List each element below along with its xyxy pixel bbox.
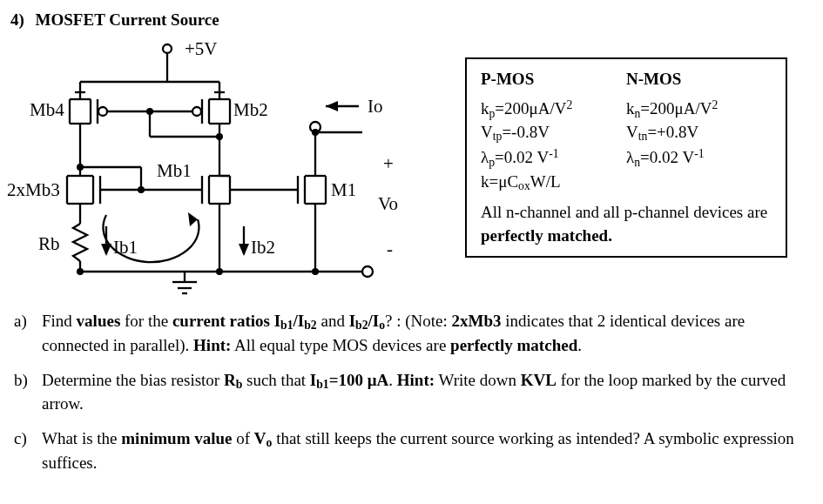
plus-label: +	[383, 153, 394, 175]
svg-marker-75	[188, 212, 198, 226]
svg-point-47	[138, 186, 145, 193]
svg-point-68	[362, 266, 373, 277]
vtp-line: Vtp=-0.8V	[481, 121, 626, 145]
svg-point-1	[163, 44, 172, 53]
mb4-label: Mb4	[30, 99, 64, 121]
svg-point-11	[98, 107, 107, 116]
q-c-body: What is the minimum value of Vo that sti…	[42, 427, 823, 474]
mb2-label: Mb2	[233, 99, 268, 121]
question-c: c) What is the minimum value of Vo that …	[14, 427, 823, 474]
kn-line: kn=200μA/V2	[626, 97, 772, 122]
svg-marker-58	[326, 101, 338, 111]
minus-label: -	[387, 239, 393, 260]
ib2-label: Ib2	[251, 237, 275, 259]
pmos-column: P-MOS kp=200μA/V2 Vtp=-0.8V λp=0.02 V-1 …	[481, 68, 626, 194]
vo-label: Vo	[378, 193, 398, 215]
problem-number: 4)	[10, 10, 24, 29]
note-pre: All n-channel and all p-channel devices …	[481, 203, 767, 221]
svg-marker-74	[239, 244, 249, 256]
parameter-box: P-MOS kp=200μA/V2 Vtp=-0.8V λp=0.02 V-1 …	[465, 57, 787, 258]
circuit-diagram: +5V Mb4 Mb2 Mb1 2xMb3 M1 Rb Ib1 Ib2 Io +…	[10, 37, 428, 298]
m1-label: M1	[331, 179, 356, 201]
questions: a) Find values for the current ratios Ib…	[10, 310, 823, 474]
problem-title: MOSFET Current Source	[36, 10, 219, 29]
q-a-body: Find values for the current ratios Ib1/I…	[42, 310, 823, 357]
question-b: b) Determine the bias resistor Rb such t…	[14, 369, 823, 416]
nmos-head: N-MOS	[626, 68, 772, 91]
header: 4) MOSFET Current Source	[10, 10, 823, 30]
nmos-column: N-MOS kn=200μA/V2 Vtn=+0.8V λn=0.02 V-1	[626, 68, 772, 194]
q-b-body: Determine the bias resistor Rb such that…	[42, 369, 823, 416]
io-label: Io	[368, 96, 383, 118]
svg-point-79	[312, 129, 319, 136]
q-c-letter: c)	[14, 427, 42, 474]
kp-line: kp=200μA/V2	[481, 97, 626, 122]
mb3-label: 2xMb3	[7, 179, 60, 201]
q-a-letter: a)	[14, 310, 42, 357]
q-b-letter: b)	[14, 369, 42, 416]
question-a: a) Find values for the current ratios Ib…	[14, 310, 823, 357]
schematic-svg	[10, 37, 428, 298]
note-bold: perfectly matched.	[481, 226, 612, 245]
rb-label: Rb	[38, 233, 60, 255]
ln-line: λn=0.02 V-1	[626, 145, 772, 171]
match-note: All n-channel and all p-channel devices …	[481, 201, 772, 247]
mb1-label: Mb1	[157, 160, 192, 182]
ib1-label: Ib1	[113, 237, 138, 259]
svg-point-78	[312, 268, 319, 275]
pmos-head: P-MOS	[481, 68, 626, 91]
vtn-line: Vtn=+0.8V	[626, 121, 772, 145]
svg-point-27	[216, 133, 223, 140]
svg-point-21	[192, 107, 201, 116]
svg-point-76	[77, 268, 84, 275]
vdd-label: +5V	[185, 38, 218, 60]
svg-point-77	[216, 268, 223, 275]
lp-line: λp=0.02 V-1	[481, 145, 626, 171]
kdef-line: k=μCoxW/L	[481, 171, 626, 195]
top-row: +5V Mb4 Mb2 Mb1 2xMb3 M1 Rb Ib1 Ib2 Io +…	[10, 37, 823, 298]
